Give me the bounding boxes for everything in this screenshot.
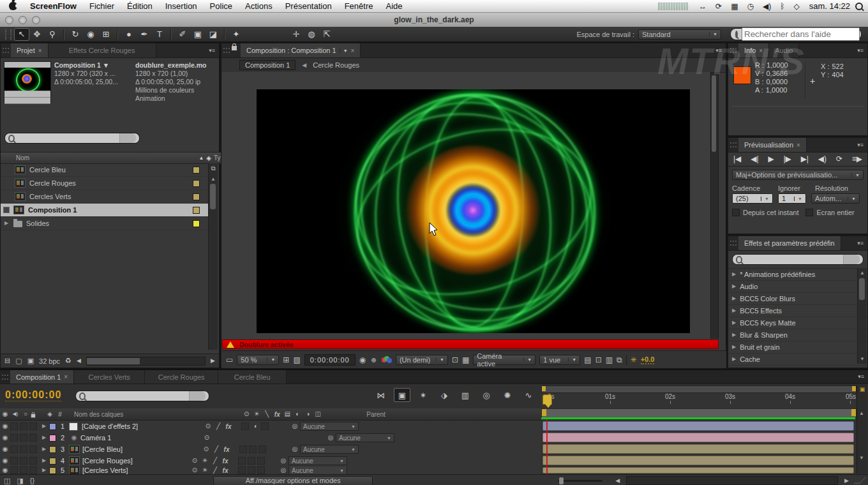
scroll-up-icon[interactable]: ▲ [859,411,864,416]
list-item[interactable]: ▶BCC5 Color Blurs [728,293,867,305]
quality-column-icon[interactable]: ☀ [251,411,262,417]
table-row[interactable]: ◉ ▶ 1 [Calque d'effets 2] ⊙ ╱ fx ◐ ◎ Auc… [0,421,541,433]
layer-name[interactable]: [Cercle Bleu] [82,445,201,453]
tab-tl-cercle-rouges[interactable]: Cercle Rouges [145,370,218,384]
layer-color-swatch[interactable] [49,458,56,465]
hand-tool[interactable]: ✥ [29,28,45,41]
trash-icon[interactable]: ♻ [65,357,71,364]
work-area-bar[interactable] [541,408,857,418]
motion-blur-icon[interactable]: ▥ [457,388,474,402]
parent-dropdown[interactable]: Aucune▼ [288,456,347,465]
timeline-button-icon[interactable]: ▤ [584,356,591,364]
collapse-switch[interactable]: ⊙ [190,467,200,474]
shape-tool[interactable]: ● [121,28,137,41]
pickwhip-icon[interactable]: ◎ [290,446,300,452]
frame-blending-icon[interactable]: ⬗ [436,388,453,402]
tab-tl-cercles-verts[interactable]: Cercles Verts [74,370,145,384]
menu-presentation[interactable]: Présentation [279,1,338,11]
view-layout-dropdown[interactable]: 1 vue▼ [539,355,580,365]
layer-bar[interactable] [542,456,854,465]
expander-icon[interactable]: ▶ [39,424,49,429]
project-search[interactable] [4,133,140,144]
nav-handle-right[interactable] [852,386,856,391]
work-area-end-handle[interactable] [851,409,856,416]
brainstorm-icon[interactable]: ✺ [499,388,516,402]
tab-audio[interactable]: Audio [769,43,799,57]
fx-switch[interactable]: fx [221,446,232,453]
fullscreen-checkbox[interactable] [805,209,813,216]
3d-view-dropdown[interactable]: Caméra active▼ [473,355,535,365]
eye-icon[interactable]: ◉ [0,435,10,441]
clone-stamp-tool[interactable]: ▣ [190,28,206,41]
label-swatch[interactable] [193,180,200,187]
toggle-switches-modes-button[interactable]: Aff./masquer options et modes [213,476,373,485]
timeline-timecode[interactable]: 0:00:00:00 [5,389,61,401]
snapshot-icon[interactable]: ◉ [359,356,366,364]
menu-fenetre[interactable]: Fenêtre [338,1,380,11]
list-item[interactable]: ▶Cache [728,354,867,366]
list-item[interactable]: ▶BCC5 Effects [728,305,867,317]
menu-aide[interactable]: Aide [379,1,408,11]
composition-flyout[interactable]: Composition 1 ▼ [54,61,134,70]
preview-options-dropdown[interactable]: Maj+Options de prévisualisatio...▼ [732,170,864,180]
menu-edition[interactable]: Édition [121,1,159,11]
menu-fichier[interactable]: Fichier [83,1,121,11]
always-preview-icon[interactable]: ▭ [226,356,233,364]
expander-icon[interactable]: ▶ [39,435,49,440]
eraser-tool[interactable]: ◪ [206,28,221,41]
sphere-icon[interactable]: ◍ [304,28,319,41]
new-folder-icon[interactable]: ▢ [15,357,22,364]
quality-sun-switch[interactable]: ☀ [200,467,210,474]
tab-effets[interactable]: Effets et paramètres prédéfin [738,236,841,250]
collapse-switch[interactable]: ⊙ [190,458,200,464]
eye-icon[interactable]: ◉ [0,423,10,429]
selection-tool[interactable]: ↖ [14,28,29,41]
chevron-down-icon[interactable]: ▼ [340,48,348,53]
list-item[interactable]: Cercle Rouges [1,177,210,190]
panel-menu-icon[interactable]: ▾≡ [853,43,867,57]
list-item[interactable]: ▶Blur & Sharpen [728,329,867,341]
help-search[interactable] [730,28,862,40]
sort-icon[interactable]: ▲ [198,156,204,161]
parent-column[interactable]: Parent [366,411,385,418]
camera-tool[interactable]: ◉ [83,28,98,41]
layer-name[interactable]: [Calque d'effets 2] [82,422,203,430]
exposure-reset-icon[interactable]: ✳ [631,356,637,364]
menu-insertion[interactable]: Insertion [159,1,204,11]
breadcrumb-comp[interactable]: Composition 1 [239,60,296,70]
adjustment-column-icon[interactable]: ◑ [303,411,313,417]
project-hscrollbar[interactable] [86,357,206,366]
number-column[interactable]: # [55,411,65,418]
label-column-icon[interactable]: ◈ [206,155,211,161]
panel-menu-icon[interactable]: ▾≡ [853,138,867,152]
cadence-dropdown[interactable]: (25)▼ [732,193,773,204]
comp-image[interactable] [257,89,690,333]
tab-tl-cercle-bleu[interactable]: Cercle Bleu [218,370,287,384]
list-item[interactable]: ▶Audio [728,281,867,293]
frame-blend-column-icon[interactable]: ▤ [282,411,292,417]
close-icon[interactable]: × [797,142,800,149]
close-icon[interactable]: × [351,47,355,54]
3d-column-icon[interactable]: ◫ [313,411,323,417]
timeline-hscrollbar[interactable] [626,476,838,485]
eye-icon[interactable]: ◉ [0,467,10,474]
menu-actions[interactable]: Actions [239,1,279,11]
fx-column-icon[interactable]: fx [272,411,282,418]
bluetooth-icon[interactable]: ᛒ [775,3,789,10]
close-icon[interactable]: × [64,373,68,380]
time-ruler[interactable]: 0s 01s 02s 03s 04s 05s [541,393,855,409]
scroll-down-icon[interactable]: ▼ [859,456,864,461]
expand-inout-icon[interactable]: {} [30,477,34,484]
list-item[interactable]: ▶BCC5 Keys Matte [728,317,867,329]
resolution-dropdown[interactable]: (Un demi)▼ [396,355,448,365]
quality-switch[interactable]: ╱ [213,423,223,429]
layer-color-swatch[interactable] [49,435,56,442]
fast-previews-icon[interactable]: ⊡ [452,356,458,364]
graph-editor-icon[interactable]: ∿ [520,388,537,402]
layer-name[interactable]: [Cercle Rouges] [82,457,190,465]
flowchart-view-icon[interactable]: ⧉ [209,165,218,172]
quality-switch[interactable]: ╱ [211,446,221,452]
zoom-tool[interactable]: ⚲ [45,28,60,41]
brush-tool[interactable]: ✐ [175,28,190,41]
close-icon[interactable]: × [38,47,42,54]
